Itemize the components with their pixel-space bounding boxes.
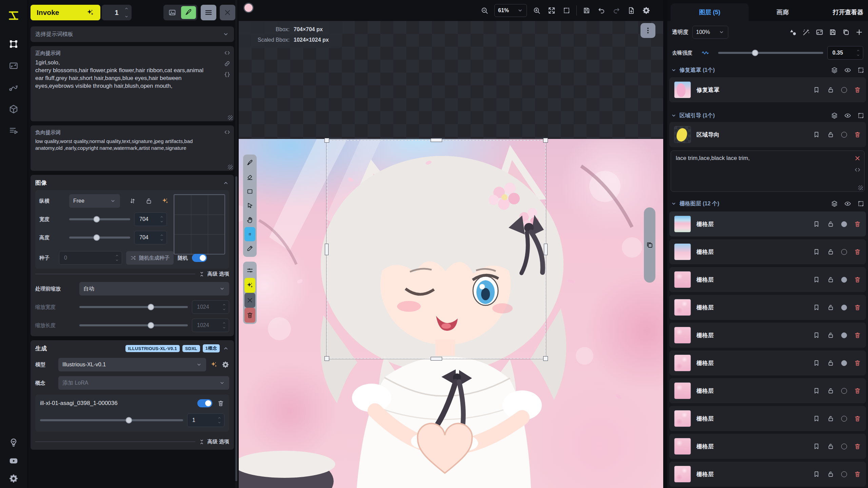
raster-layer-row[interactable]: 栅格层 [669,434,866,459]
staging-area-handle[interactable] [644,207,655,283]
fit-bbox-button[interactable] [561,5,572,16]
raster-layer-row[interactable]: 栅格层 [669,378,866,403]
tool-eraser[interactable] [244,170,255,184]
bbox-handle-se[interactable] [543,356,548,361]
raster-layer-row[interactable]: 栅格层 [669,462,866,487]
bookmark-icon[interactable] [813,248,820,256]
raster-layer-row[interactable]: 栅格层 [669,323,866,348]
layer-enabled-toggle[interactable] [841,388,847,394]
lora-delete-icon[interactable] [217,400,224,407]
left-panel-scrollbar[interactable] [235,0,237,488]
lock-icon[interactable] [827,86,834,94]
rail-tab-upscale[interactable] [7,60,20,72]
delete-layer-icon[interactable] [854,248,861,256]
scale-before-select[interactable]: 自动 [79,282,229,296]
bookmark-icon[interactable] [813,415,820,422]
denoise-slider[interactable] [718,52,823,54]
bookmark-icon[interactable] [813,276,820,283]
delete-layer-icon[interactable] [854,86,861,94]
tool-cancel[interactable] [244,293,255,308]
bbox-handle-nw[interactable] [324,138,329,143]
lock-icon[interactable] [827,220,834,228]
generation-advanced-options[interactable]: 高级 选项 [199,439,229,445]
layer-enabled-toggle[interactable] [841,277,847,283]
resize-grip[interactable] [228,115,233,120]
bookmark-icon[interactable] [813,359,820,367]
bbox-handle-ne[interactable] [543,138,548,143]
lock-icon[interactable] [827,387,834,394]
lora-weight-slider[interactable] [40,419,183,421]
new-session-button[interactable] [626,5,636,16]
tool-color-picker[interactable] [244,241,255,256]
link-prompts-icon[interactable] [224,60,231,67]
opacity-select[interactable]: 100% [692,26,728,39]
merge-layers-icon[interactable] [831,66,838,74]
bbox-handle-e[interactable] [544,244,548,255]
lock-icon[interactable] [827,359,834,367]
new-image-layer-button[interactable] [165,6,180,19]
generation-bbox[interactable] [327,140,546,359]
lock-icon[interactable] [827,131,834,138]
tool-delete[interactable] [244,308,255,323]
random-seed-button[interactable]: 随机生成种子 [126,251,174,265]
merge-layers-icon[interactable] [831,112,838,119]
delete-layer-icon[interactable] [854,359,861,367]
resize-grip[interactable] [858,185,863,190]
raster-layers-section-header[interactable]: 栅格图层 (12 个) [671,200,865,207]
bookmark-icon[interactable] [813,470,820,478]
model-settings-gear-icon[interactable] [222,361,229,368]
collapse-chevron-icon[interactable] [222,345,229,352]
braces-icon[interactable] [224,71,231,78]
canvas-viewport[interactable]: Bbox: 704×704 px Scaled Bbox: 1024×1024 … [239,21,663,488]
rail-tab-workflows[interactable] [7,81,20,94]
open-viewer-button[interactable]: 打开查看器 [833,3,863,21]
save-canvas-button[interactable] [581,5,592,16]
layer-enabled-toggle[interactable] [841,416,847,422]
add-lora-select[interactable]: 添加 LoRA [58,376,229,390]
bookmark-icon[interactable] [813,443,820,450]
youtube-icon[interactable] [7,455,20,467]
aspect-select[interactable]: Free [69,194,120,208]
delete-layer-icon[interactable] [854,304,861,311]
zoom-out-button[interactable] [479,5,490,16]
delete-layer-icon[interactable] [854,387,861,394]
denoise-input[interactable]: 0.35 [827,46,863,60]
settings-icon[interactable] [7,472,20,485]
undo-button[interactable] [596,5,607,16]
queue-count-stepper[interactable] [124,6,129,19]
embedding-code-icon[interactable] [224,129,231,136]
tool-brush[interactable] [244,156,255,170]
model-select[interactable]: Illustrious-XL-v0.1 [58,358,206,371]
tool-invoke-region[interactable] [244,278,255,293]
tool-rectangle[interactable] [244,184,255,199]
select-frame-icon[interactable] [857,112,865,119]
image-advanced-options[interactable]: 高级 选项 [199,271,229,277]
rail-tab-models[interactable] [7,103,20,115]
lora-enabled-toggle[interactable] [197,399,212,407]
duplicate-layer-icon[interactable] [842,28,850,36]
lora-weight-input[interactable]: 1 [187,413,224,427]
delete-layer-icon[interactable] [854,470,861,478]
raster-layer-row[interactable]: 栅格层 [669,211,866,237]
tool-pan[interactable] [244,213,255,227]
visibility-eye-icon[interactable] [844,66,851,74]
zoom-level-select[interactable]: 61% [494,4,527,17]
redo-button[interactable] [611,5,622,16]
bookmark-icon[interactable] [813,131,820,138]
delete-layer-icon[interactable] [854,415,861,422]
whats-new-icon[interactable] [7,436,20,449]
bookmark-icon[interactable] [813,220,820,228]
bookmark-icon[interactable] [813,331,820,339]
lock-icon[interactable] [827,276,834,283]
active-color-swatch[interactable] [243,3,254,13]
transform-frame-icon[interactable] [815,28,824,36]
new-brush-layer-button[interactable] [181,6,196,19]
model-default-settings-icon[interactable] [210,361,218,368]
inpaint-mask-layer-row[interactable]: 修复遮罩 [669,77,866,102]
prompt-template-select[interactable]: 选择提示词模板 [31,26,234,42]
lock-icon[interactable] [827,470,834,478]
positive-prompt-input[interactable]: 1girl,solo, cherry blossoms,hair flower,… [35,59,212,90]
bbox-handle-n[interactable] [431,138,442,142]
lock-icon[interactable] [827,415,834,422]
swap-dimensions-icon[interactable] [129,197,136,205]
